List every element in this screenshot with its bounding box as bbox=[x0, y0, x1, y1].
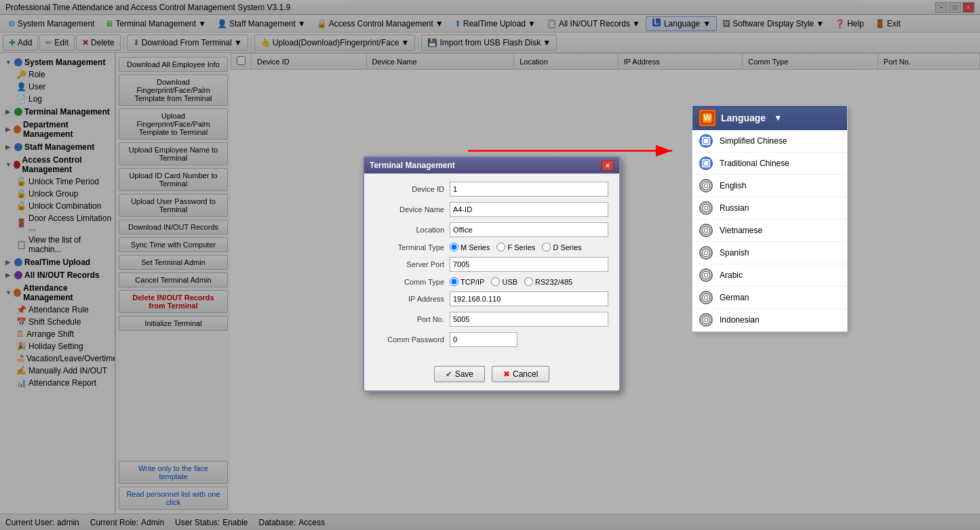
svg-point-17 bbox=[702, 249, 710, 257]
radio-f-series[interactable]: F Series bbox=[496, 243, 535, 251]
ip-address-label: IP Address bbox=[375, 295, 450, 303]
lang-gear-icon-vietnamese bbox=[699, 224, 713, 237]
lang-header-label: Language bbox=[721, 113, 766, 123]
svg-rect-10 bbox=[703, 161, 709, 166]
ip-address-row: IP Address bbox=[375, 291, 608, 306]
dialog-title-bar: Terminal Management × bbox=[364, 157, 619, 174]
comm-type-label: Comm Type bbox=[375, 278, 450, 286]
radio-usb-input[interactable] bbox=[491, 277, 500, 286]
lang-item-german[interactable]: German bbox=[692, 287, 847, 309]
radio-rs232[interactable]: RS232/485 bbox=[524, 277, 572, 286]
dialog-footer: ✔ Save ✖ Cancel bbox=[364, 361, 619, 390]
location-label: Location bbox=[375, 226, 450, 234]
svg-point-12 bbox=[704, 184, 708, 188]
svg-rect-7 bbox=[701, 136, 711, 146]
location-row: Location bbox=[375, 222, 608, 237]
radio-rs232-input[interactable] bbox=[524, 277, 533, 286]
device-id-label: Device ID bbox=[375, 185, 450, 193]
lang-label-arabic: Arabic bbox=[720, 270, 743, 280]
device-name-input[interactable] bbox=[450, 202, 608, 217]
dialog-close-button[interactable]: × bbox=[602, 160, 614, 171]
comm-password-row: Comm Password bbox=[375, 332, 608, 347]
lang-item-arabic[interactable]: Arabic bbox=[692, 264, 847, 287]
terminal-dialog: Terminal Management × Device ID Device N… bbox=[363, 156, 621, 392]
svg-point-16 bbox=[704, 228, 708, 232]
lang-label-english: English bbox=[720, 181, 746, 190]
lang-label-vietnamese: Vietnamese bbox=[720, 226, 762, 235]
lang-label-simplified-chinese: Simplified Chinese bbox=[720, 136, 787, 146]
comm-type-row: Comm Type TCP/IP USB RS232/485 bbox=[375, 277, 608, 286]
svg-text:W: W bbox=[703, 113, 711, 123]
svg-point-20 bbox=[704, 273, 708, 277]
svg-point-11 bbox=[702, 182, 710, 190]
lang-gear-icon-german bbox=[699, 291, 713, 304]
svg-point-13 bbox=[702, 204, 710, 212]
dialog-title: Terminal Management bbox=[370, 161, 455, 170]
radio-m-series[interactable]: M Series bbox=[450, 243, 490, 251]
svg-point-19 bbox=[702, 271, 710, 279]
svg-point-14 bbox=[704, 206, 708, 210]
device-id-input[interactable] bbox=[450, 182, 608, 197]
comm-password-input[interactable] bbox=[450, 332, 517, 347]
terminal-type-label: Terminal Type bbox=[375, 243, 450, 251]
radio-tcpip-input[interactable] bbox=[450, 277, 458, 286]
lang-logo: W bbox=[699, 110, 716, 126]
svg-rect-8 bbox=[703, 138, 709, 144]
cancel-button[interactable]: ✖ Cancel bbox=[492, 366, 549, 382]
radio-tcpip[interactable]: TCP/IP bbox=[450, 277, 484, 286]
comm-type-group: TCP/IP USB RS232/485 bbox=[450, 277, 572, 286]
lang-item-indonesian[interactable]: Indonesian bbox=[692, 309, 847, 331]
lang-label-traditional-chinese: Traditional Chinese bbox=[720, 159, 789, 168]
server-port-label: Server Port bbox=[375, 260, 450, 268]
lang-label-spanish: Spanish bbox=[720, 248, 749, 258]
lang-label-german: German bbox=[720, 293, 749, 302]
device-name-row: Device Name bbox=[375, 202, 608, 217]
port-no-row: Port No. bbox=[375, 312, 608, 327]
radio-d-series[interactable]: D Series bbox=[542, 243, 581, 251]
modal-overlay: Terminal Management × Device ID Device N… bbox=[0, 0, 980, 530]
lang-item-simplified-chinese[interactable]: Simplified Chinese bbox=[692, 130, 847, 152]
lang-gear-icon-arabic bbox=[699, 268, 713, 282]
lang-gear-icon-simplified bbox=[699, 134, 713, 148]
dialog-body: Device ID Device Name Location Terminal … bbox=[364, 174, 619, 361]
save-button[interactable]: ✔ Save bbox=[434, 366, 485, 382]
server-port-input[interactable] bbox=[450, 257, 608, 272]
location-input[interactable] bbox=[450, 222, 608, 237]
cancel-icon: ✖ bbox=[503, 369, 510, 379]
server-port-row: Server Port bbox=[375, 257, 608, 272]
terminal-type-row: Terminal Type M Series F Series D Series bbox=[375, 243, 608, 251]
device-id-row: Device ID bbox=[375, 182, 608, 197]
ip-address-input[interactable] bbox=[450, 291, 608, 306]
port-no-label: Port No. bbox=[375, 315, 450, 323]
svg-rect-9 bbox=[701, 159, 711, 168]
lang-gear-icon-indonesian bbox=[699, 313, 713, 327]
svg-point-15 bbox=[702, 226, 710, 235]
save-icon: ✔ bbox=[446, 369, 452, 379]
svg-point-22 bbox=[704, 295, 708, 300]
radio-m-series-input[interactable] bbox=[450, 243, 458, 251]
lang-item-traditional-chinese[interactable]: Traditional Chinese bbox=[692, 152, 847, 175]
svg-point-24 bbox=[704, 318, 708, 322]
radio-usb[interactable]: USB bbox=[491, 277, 517, 286]
svg-point-18 bbox=[704, 251, 708, 255]
radio-d-series-input[interactable] bbox=[542, 243, 551, 251]
lang-gear-icon-russian bbox=[699, 201, 713, 215]
svg-point-23 bbox=[702, 316, 710, 324]
lang-item-vietnamese[interactable]: Vietnamese bbox=[692, 220, 847, 242]
lang-dropdown-header[interactable]: W Language ▼ bbox=[692, 106, 847, 130]
lang-gear-icon-english bbox=[699, 179, 713, 192]
comm-password-label: Comm Password bbox=[375, 335, 450, 344]
lang-item-russian[interactable]: Russian bbox=[692, 197, 847, 220]
lang-gear-icon-spanish bbox=[699, 246, 713, 260]
terminal-type-group: M Series F Series D Series bbox=[450, 243, 582, 251]
device-name-label: Device Name bbox=[375, 205, 450, 213]
port-no-input[interactable] bbox=[450, 312, 608, 327]
svg-point-21 bbox=[702, 293, 710, 302]
lang-label-russian: Russian bbox=[720, 203, 749, 213]
lang-item-spanish[interactable]: Spanish bbox=[692, 242, 847, 264]
lang-header-arrow: ▼ bbox=[774, 113, 782, 123]
radio-f-series-input[interactable] bbox=[496, 243, 505, 251]
lang-gear-icon-traditional bbox=[699, 157, 713, 170]
lang-item-english[interactable]: English bbox=[692, 175, 847, 197]
lang-label-indonesian: Indonesian bbox=[720, 315, 760, 325]
